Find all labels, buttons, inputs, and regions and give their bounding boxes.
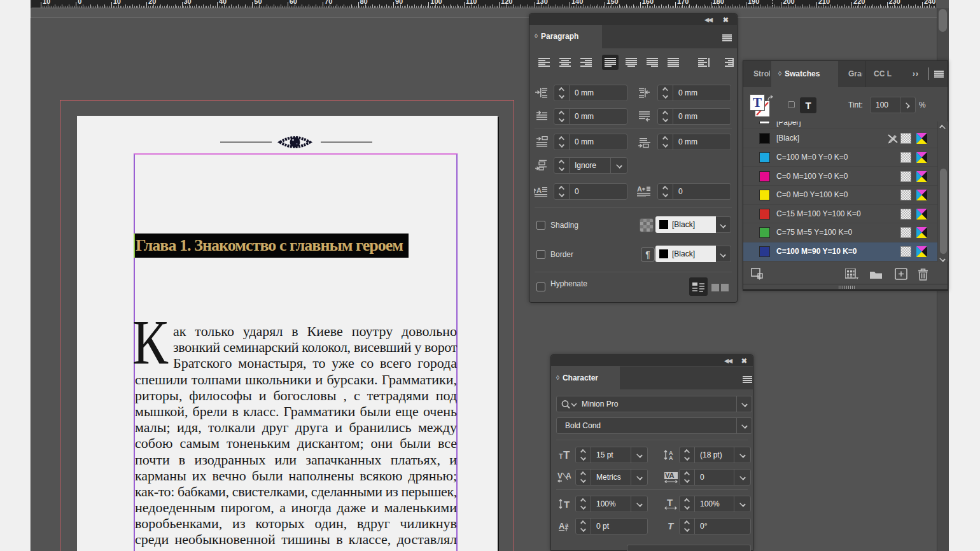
svg-text:A: A bbox=[637, 186, 642, 193]
svg-text:A: A bbox=[536, 186, 542, 194]
svg-text:A: A bbox=[669, 455, 673, 461]
svg-text:T: T bbox=[668, 520, 675, 531]
svg-text:T: T bbox=[563, 449, 570, 461]
svg-text:V: V bbox=[557, 471, 563, 480]
svg-text:T: T bbox=[559, 452, 563, 460]
svg-text:VA: VA bbox=[665, 471, 675, 479]
svg-text:T: T bbox=[667, 498, 673, 508]
svg-text:T: T bbox=[564, 499, 570, 510]
svg-text:A: A bbox=[566, 471, 571, 480]
svg-text:a: a bbox=[565, 522, 569, 528]
svg-text:A: A bbox=[559, 521, 565, 531]
